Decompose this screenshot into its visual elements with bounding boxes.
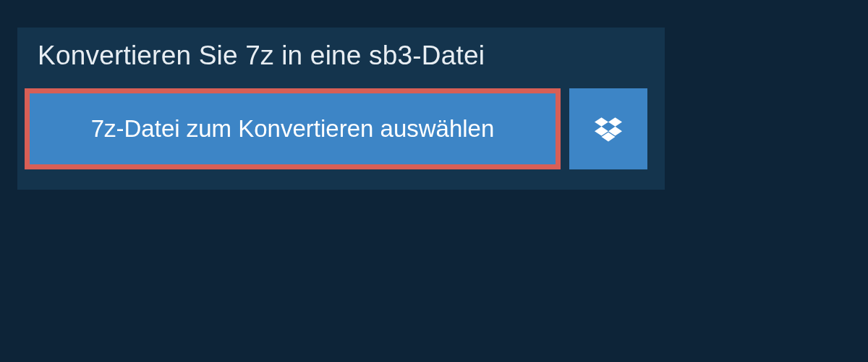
title-bar: Konvertieren Sie 7z in eine sb3-Datei [17, 28, 665, 88]
select-file-button[interactable]: 7z-Datei zum Konvertieren auswählen [25, 88, 561, 169]
dropbox-button[interactable] [569, 88, 647, 169]
converter-panel: Konvertieren Sie 7z in eine sb3-Datei 7z… [17, 28, 665, 190]
select-file-label: 7z-Datei zum Konvertieren auswählen [91, 115, 495, 143]
page-title: Konvertieren Sie 7z in eine sb3-Datei [38, 41, 644, 71]
dropbox-icon [595, 115, 622, 143]
button-row: 7z-Datei zum Konvertieren auswählen [17, 88, 665, 169]
